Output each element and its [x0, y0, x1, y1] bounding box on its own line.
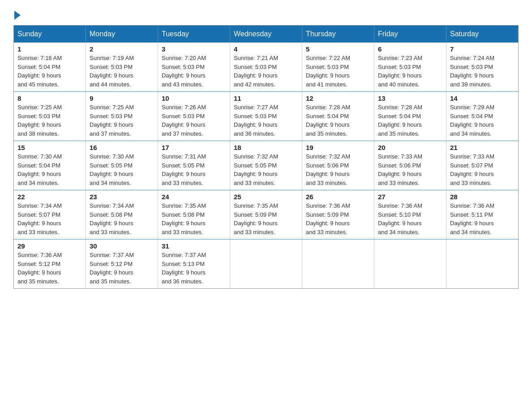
calendar-week-row: 22 Sunrise: 7:34 AM Sunset: 5:07 PM Dayl… — [14, 190, 519, 240]
calendar-day-header: Friday — [374, 26, 446, 43]
day-info: Sunrise: 7:35 AM Sunset: 5:09 PM Dayligh… — [234, 201, 298, 236]
day-number: 26 — [306, 193, 370, 201]
day-number: 12 — [306, 94, 370, 102]
calendar-cell: 6 Sunrise: 7:23 AM Sunset: 5:03 PM Dayli… — [374, 43, 446, 92]
logo — [13, 9, 21, 16]
calendar-cell — [374, 240, 446, 289]
calendar-cell: 28 Sunrise: 7:36 AM Sunset: 5:11 PM Dayl… — [446, 190, 519, 240]
day-info: Sunrise: 7:24 AM Sunset: 5:03 PM Dayligh… — [450, 54, 515, 89]
day-info: Sunrise: 7:34 AM Sunset: 5:08 PM Dayligh… — [90, 201, 154, 236]
calendar-cell: 5 Sunrise: 7:22 AM Sunset: 5:03 PM Dayli… — [302, 43, 374, 92]
calendar-day-header: Saturday — [446, 26, 519, 43]
calendar-cell: 18 Sunrise: 7:32 AM Sunset: 5:05 PM Dayl… — [230, 141, 302, 190]
logo-arrow-icon — [14, 11, 21, 20]
day-number: 3 — [162, 45, 226, 53]
day-info: Sunrise: 7:36 AM Sunset: 5:09 PM Dayligh… — [306, 201, 370, 236]
calendar-cell: 19 Sunrise: 7:32 AM Sunset: 5:06 PM Dayl… — [302, 141, 374, 190]
day-info: Sunrise: 7:23 AM Sunset: 5:03 PM Dayligh… — [378, 54, 442, 89]
day-info: Sunrise: 7:34 AM Sunset: 5:07 PM Dayligh… — [17, 201, 82, 236]
day-number: 10 — [162, 94, 226, 102]
calendar-cell: 10 Sunrise: 7:26 AM Sunset: 5:03 PM Dayl… — [158, 92, 230, 141]
day-number: 31 — [162, 242, 226, 250]
day-info: Sunrise: 7:19 AM Sunset: 5:03 PM Dayligh… — [90, 54, 154, 89]
day-number: 13 — [378, 94, 442, 102]
day-number: 5 — [306, 45, 370, 53]
day-info: Sunrise: 7:36 AM Sunset: 5:10 PM Dayligh… — [378, 201, 442, 236]
calendar-cell: 9 Sunrise: 7:25 AM Sunset: 5:03 PM Dayli… — [86, 92, 158, 141]
day-info: Sunrise: 7:25 AM Sunset: 5:03 PM Dayligh… — [90, 103, 154, 138]
day-number: 9 — [90, 94, 154, 102]
day-info: Sunrise: 7:36 AM Sunset: 5:11 PM Dayligh… — [450, 201, 515, 236]
day-info: Sunrise: 7:21 AM Sunset: 5:03 PM Dayligh… — [234, 54, 298, 89]
calendar-cell: 20 Sunrise: 7:33 AM Sunset: 5:06 PM Dayl… — [374, 141, 446, 190]
calendar-cell — [446, 240, 519, 289]
day-info: Sunrise: 7:28 AM Sunset: 5:04 PM Dayligh… — [306, 103, 370, 138]
day-info: Sunrise: 7:31 AM Sunset: 5:05 PM Dayligh… — [162, 152, 226, 187]
calendar-cell — [230, 240, 302, 289]
calendar-table: SundayMondayTuesdayWednesdayThursdayFrid… — [13, 25, 519, 289]
day-number: 20 — [378, 144, 442, 151]
day-info: Sunrise: 7:27 AM Sunset: 5:03 PM Dayligh… — [234, 103, 298, 138]
day-number: 25 — [234, 193, 298, 201]
day-info: Sunrise: 7:25 AM Sunset: 5:03 PM Dayligh… — [17, 103, 82, 138]
day-number: 4 — [234, 45, 298, 53]
calendar-cell: 22 Sunrise: 7:34 AM Sunset: 5:07 PM Dayl… — [14, 190, 86, 240]
day-info: Sunrise: 7:32 AM Sunset: 5:06 PM Dayligh… — [306, 152, 370, 187]
calendar-cell: 15 Sunrise: 7:30 AM Sunset: 5:04 PM Dayl… — [14, 141, 86, 190]
day-number: 6 — [378, 45, 442, 53]
calendar-cell: 1 Sunrise: 7:18 AM Sunset: 5:04 PM Dayli… — [14, 43, 86, 92]
calendar-day-header: Wednesday — [230, 26, 302, 43]
day-number: 16 — [90, 144, 154, 151]
page-header — [13, 9, 519, 16]
calendar-cell: 11 Sunrise: 7:27 AM Sunset: 5:03 PM Dayl… — [230, 92, 302, 141]
calendar-cell: 25 Sunrise: 7:35 AM Sunset: 5:09 PM Dayl… — [230, 190, 302, 240]
day-info: Sunrise: 7:30 AM Sunset: 5:05 PM Dayligh… — [90, 152, 154, 187]
day-info: Sunrise: 7:20 AM Sunset: 5:03 PM Dayligh… — [162, 54, 226, 89]
calendar-cell: 17 Sunrise: 7:31 AM Sunset: 5:05 PM Dayl… — [158, 141, 230, 190]
day-info: Sunrise: 7:18 AM Sunset: 5:04 PM Dayligh… — [17, 54, 82, 89]
calendar-cell: 26 Sunrise: 7:36 AM Sunset: 5:09 PM Dayl… — [302, 190, 374, 240]
day-number: 29 — [17, 242, 82, 250]
day-number: 28 — [450, 193, 515, 201]
calendar-header-row: SundayMondayTuesdayWednesdayThursdayFrid… — [14, 26, 519, 43]
day-number: 27 — [378, 193, 442, 201]
day-number: 19 — [306, 144, 370, 151]
calendar-cell: 8 Sunrise: 7:25 AM Sunset: 5:03 PM Dayli… — [14, 92, 86, 141]
calendar-cell: 4 Sunrise: 7:21 AM Sunset: 5:03 PM Dayli… — [230, 43, 302, 92]
calendar-cell: 21 Sunrise: 7:33 AM Sunset: 5:07 PM Dayl… — [446, 141, 519, 190]
calendar-week-row: 15 Sunrise: 7:30 AM Sunset: 5:04 PM Dayl… — [14, 141, 519, 190]
calendar-cell: 24 Sunrise: 7:35 AM Sunset: 5:08 PM Dayl… — [158, 190, 230, 240]
day-info: Sunrise: 7:37 AM Sunset: 5:13 PM Dayligh… — [162, 251, 226, 286]
day-info: Sunrise: 7:28 AM Sunset: 5:04 PM Dayligh… — [378, 103, 442, 138]
day-number: 23 — [90, 193, 154, 201]
calendar-cell: 7 Sunrise: 7:24 AM Sunset: 5:03 PM Dayli… — [446, 43, 519, 92]
calendar-cell: 27 Sunrise: 7:36 AM Sunset: 5:10 PM Dayl… — [374, 190, 446, 240]
day-number: 21 — [450, 144, 515, 151]
calendar-week-row: 29 Sunrise: 7:36 AM Sunset: 5:12 PM Dayl… — [14, 240, 519, 289]
calendar-cell: 31 Sunrise: 7:37 AM Sunset: 5:13 PM Dayl… — [158, 240, 230, 289]
calendar-day-header: Monday — [86, 26, 158, 43]
calendar-cell: 13 Sunrise: 7:28 AM Sunset: 5:04 PM Dayl… — [374, 92, 446, 141]
day-number: 14 — [450, 94, 515, 102]
calendar-cell: 2 Sunrise: 7:19 AM Sunset: 5:03 PM Dayli… — [86, 43, 158, 92]
day-number: 18 — [234, 144, 298, 151]
day-number: 11 — [234, 94, 298, 102]
calendar-cell: 3 Sunrise: 7:20 AM Sunset: 5:03 PM Dayli… — [158, 43, 230, 92]
day-number: 15 — [17, 144, 82, 151]
day-number: 8 — [17, 94, 82, 102]
calendar-cell: 29 Sunrise: 7:36 AM Sunset: 5:12 PM Dayl… — [14, 240, 86, 289]
day-info: Sunrise: 7:29 AM Sunset: 5:04 PM Dayligh… — [450, 103, 515, 138]
day-number: 22 — [17, 193, 82, 201]
calendar-cell: 23 Sunrise: 7:34 AM Sunset: 5:08 PM Dayl… — [86, 190, 158, 240]
day-info: Sunrise: 7:35 AM Sunset: 5:08 PM Dayligh… — [162, 201, 226, 236]
day-number: 1 — [17, 45, 82, 53]
day-number: 17 — [162, 144, 226, 151]
day-info: Sunrise: 7:22 AM Sunset: 5:03 PM Dayligh… — [306, 54, 370, 89]
day-info: Sunrise: 7:37 AM Sunset: 5:12 PM Dayligh… — [90, 251, 154, 286]
calendar-cell: 16 Sunrise: 7:30 AM Sunset: 5:05 PM Dayl… — [86, 141, 158, 190]
day-number: 2 — [90, 45, 154, 53]
day-number: 7 — [450, 45, 515, 53]
day-info: Sunrise: 7:26 AM Sunset: 5:03 PM Dayligh… — [162, 103, 226, 138]
day-info: Sunrise: 7:33 AM Sunset: 5:06 PM Dayligh… — [378, 152, 442, 187]
day-info: Sunrise: 7:36 AM Sunset: 5:12 PM Dayligh… — [17, 251, 82, 286]
